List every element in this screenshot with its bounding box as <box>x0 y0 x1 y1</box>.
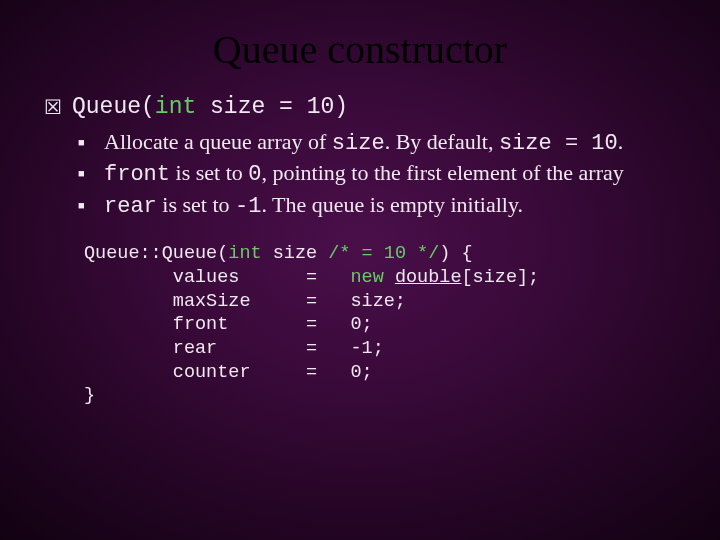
slide-title: Queue constructor <box>0 0 720 73</box>
bullet-text: front is set to 0, pointing to the first… <box>104 159 676 189</box>
bullet-level1: ☒ Queue(int size = 10) <box>44 93 676 122</box>
slide: Queue constructor ☒ Queue(int size = 10)… <box>0 0 720 540</box>
square-icon: ■ <box>78 159 104 186</box>
bullet-text: Allocate a queue array of size. By defau… <box>104 128 676 158</box>
code-block: Queue::Queue(int size /* = 10 */) { valu… <box>84 242 676 408</box>
slide-content: ☒ Queue(int size = 10) ■ Allocate a queu… <box>0 73 720 408</box>
bullet-text: rear is set to -1. The queue is empty in… <box>104 191 676 221</box>
square-icon: ■ <box>78 191 104 218</box>
bullet-level2: ■ Allocate a queue array of size. By def… <box>78 128 676 158</box>
sub-bullets: ■ Allocate a queue array of size. By def… <box>78 128 676 221</box>
square-icon: ■ <box>78 128 104 155</box>
bullet-level2: ■ rear is set to -1. The queue is empty … <box>78 191 676 221</box>
constructor-signature: Queue(int size = 10) <box>72 93 676 122</box>
bullet-level2: ■ front is set to 0, pointing to the fir… <box>78 159 676 189</box>
crossbox-icon: ☒ <box>44 93 72 121</box>
